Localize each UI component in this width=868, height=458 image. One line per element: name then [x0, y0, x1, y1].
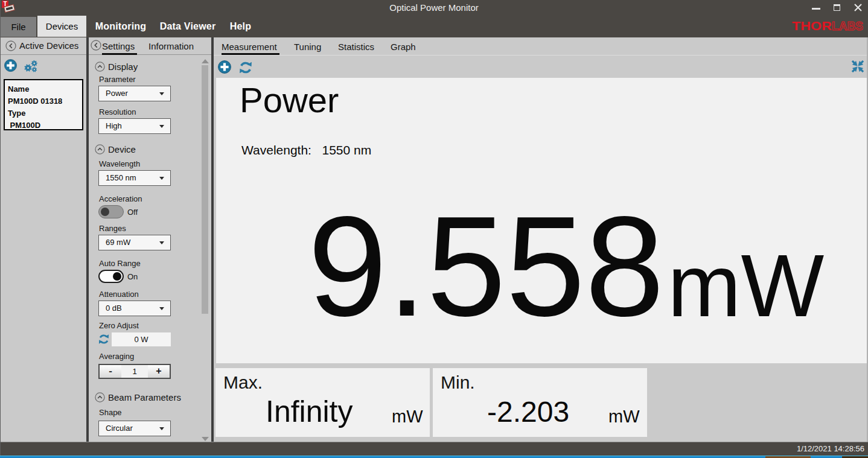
svg-text:LABS: LABS [832, 21, 863, 33]
svg-text:THOR: THOR [792, 21, 832, 33]
